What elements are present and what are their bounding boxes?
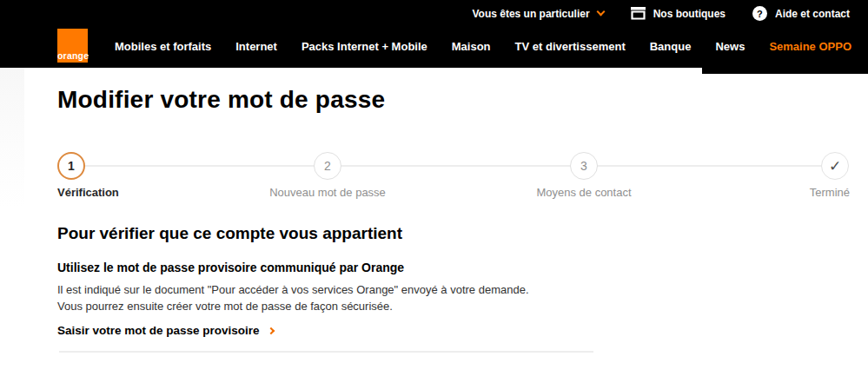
- section-divider: [59, 351, 593, 353]
- orange-logo[interactable]: orange: [57, 29, 88, 63]
- nav-item-news[interactable]: News: [715, 40, 745, 53]
- stepper-connector-line: [71, 165, 836, 167]
- step-label-verification: Vérification: [57, 186, 119, 199]
- enter-provisional-password-label: Saisir votre mot de passe provisoire: [57, 324, 260, 337]
- audience-selector-label: Vous êtes un particulier: [472, 8, 589, 20]
- nav-item-packs[interactable]: Packs Internet + Mobile: [301, 40, 427, 53]
- question-mark-icon: ?: [752, 6, 767, 21]
- nav-item-mobiles[interactable]: Mobiles et forfaits: [115, 40, 211, 53]
- utility-bar: Vous êtes un particulier Nos boutiques ?…: [472, 0, 850, 27]
- stores-link-label: Nos boutiques: [653, 8, 726, 20]
- storefront-icon: [631, 7, 646, 20]
- nav-item-internet[interactable]: Internet: [235, 40, 277, 53]
- site-header-extension: [702, 68, 868, 74]
- body-text-line2: Vous pourrez ensuite créer votre mot de …: [57, 298, 529, 314]
- progress-stepper: 1 2 3 ✓ Vérification Nouveau mot de pass…: [57, 152, 850, 204]
- step-label-nouveau-mot-de-passe: Nouveau mot de passe: [269, 186, 386, 199]
- step-circle-nouveau-mot-de-passe: 2: [314, 152, 341, 180]
- main-nav: orange Mobiles et forfaits Internet Pack…: [57, 26, 851, 68]
- body-text: Il est indiqué sur le document "Pour acc…: [57, 281, 529, 314]
- page-title: Modifier votre mot de passe: [57, 86, 385, 114]
- nav-item-banque[interactable]: Banque: [650, 40, 692, 53]
- step-circle-verification: 1: [57, 152, 85, 180]
- stores-link[interactable]: Nos boutiques: [631, 7, 726, 20]
- audience-selector[interactable]: Vous êtes un particulier: [472, 8, 603, 20]
- step-circle-moyens-de-contact: 3: [570, 152, 598, 180]
- page: Vous êtes un particulier Nos boutiques ?…: [0, 0, 868, 383]
- step-label-termine: Terminé: [810, 186, 850, 199]
- enter-provisional-password-link[interactable]: Saisir votre mot de passe provisoire: [57, 324, 274, 337]
- chevron-right-icon: [267, 327, 274, 334]
- nav-item-maison[interactable]: Maison: [452, 40, 491, 53]
- nav-links: Mobiles et forfaits Internet Packs Inter…: [115, 40, 851, 53]
- help-link[interactable]: ? Aide et contact: [752, 6, 850, 21]
- left-gutter-shade: [0, 68, 24, 207]
- section-title: Pour vérifier que ce compte vous apparti…: [57, 224, 402, 243]
- nav-item-tv[interactable]: TV et divertissement: [515, 40, 626, 53]
- nav-item-semaine-oppo[interactable]: Semaine OPPO: [769, 40, 851, 53]
- step-label-moyens-de-contact: Moyens de contact: [536, 186, 631, 199]
- help-link-label: Aide et contact: [775, 8, 850, 20]
- checkmark-icon: ✓: [821, 152, 849, 180]
- chevron-down-icon: [596, 8, 605, 17]
- body-text-line1: Il est indiqué sur le document "Pour acc…: [57, 281, 529, 298]
- orange-logo-text: orange: [57, 50, 88, 61]
- instruction-text: Utilisez le mot de passe provisoire comm…: [57, 261, 404, 274]
